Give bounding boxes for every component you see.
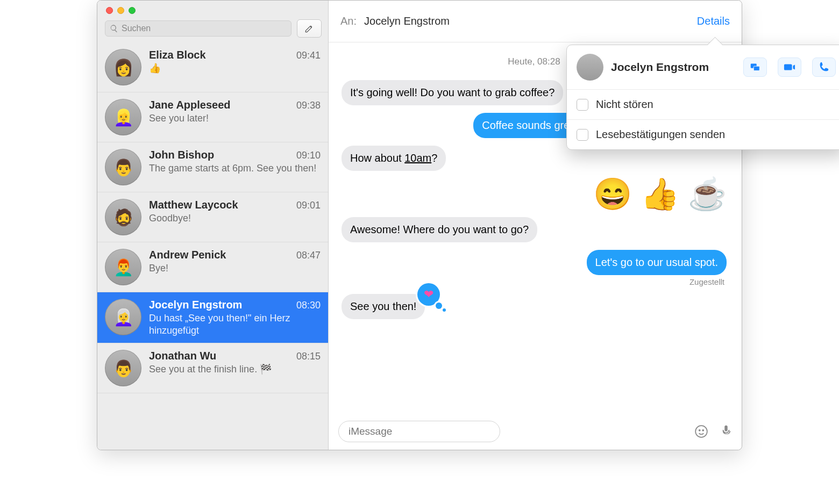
window-minimize-button[interactable] bbox=[117, 7, 124, 14]
conversation-time: 09:10 bbox=[296, 150, 321, 161]
message-bubble-incoming[interactable]: It's going well! Do you want to grab cof… bbox=[342, 80, 563, 105]
chat-area: An: Jocelyn Engstrom Details Heute, 08:2… bbox=[329, 1, 742, 450]
do-not-disturb-row[interactable]: Nicht stören bbox=[567, 90, 839, 120]
details-popover: Jocelyn Engstrom Nicht stören Lesebestät… bbox=[566, 45, 839, 150]
conversation-item-selected[interactable]: 👩‍🦳 Jocelyn Engstrom 08:30 Du hast „See … bbox=[97, 292, 328, 343]
traffic-lights bbox=[106, 7, 136, 14]
sidebar: 👩 Eliza Block 09:41 👍 👱‍♀️ Jane Applesee… bbox=[97, 1, 329, 450]
conversation-preview: See you later! bbox=[149, 112, 321, 125]
conversation-preview: Bye! bbox=[149, 262, 321, 275]
conversation-time: 09:38 bbox=[296, 100, 321, 111]
audio-call-button[interactable] bbox=[812, 57, 836, 77]
conversation-name: Jocelyn Engstrom bbox=[149, 299, 292, 311]
avatar: 👨 bbox=[105, 350, 141, 386]
heart-reaction-icon[interactable]: ❤ bbox=[417, 283, 440, 306]
avatar: 👨‍🦰 bbox=[105, 249, 141, 285]
screen-share-button[interactable] bbox=[743, 57, 767, 77]
conversation-time: 09:41 bbox=[296, 50, 321, 61]
conversation-time: 08:47 bbox=[296, 250, 321, 261]
compose-icon bbox=[304, 23, 315, 34]
microphone-icon bbox=[720, 423, 732, 437]
conversation-preview: See you at the finish line. 🏁 bbox=[149, 363, 321, 376]
conversation-item[interactable]: 👨 Jonathan Wu 08:15 See you at the finis… bbox=[97, 343, 328, 393]
conversation-item[interactable]: 👨‍🦰 Andrew Penick 08:47 Bye! bbox=[97, 242, 328, 292]
message-bubble-incoming[interactable]: Awesome! Where do you want to go? bbox=[342, 217, 537, 242]
conversation-time: 08:15 bbox=[296, 351, 321, 362]
avatar: 👩‍🦳 bbox=[105, 299, 141, 335]
search-input[interactable] bbox=[122, 24, 287, 33]
search-field[interactable] bbox=[105, 20, 291, 37]
do-not-disturb-label: Nicht stören bbox=[596, 98, 653, 111]
message-bubble-incoming[interactable]: How about 10am? bbox=[342, 146, 446, 171]
svg-point-0 bbox=[695, 426, 707, 437]
smiley-icon bbox=[694, 424, 708, 438]
phone-icon bbox=[818, 61, 830, 73]
conversation-preview: Goodbye! bbox=[149, 212, 321, 225]
screen-share-icon bbox=[749, 61, 761, 73]
message-input[interactable] bbox=[338, 421, 500, 442]
conversation-item[interactable]: 👱‍♀️ Jane Appleseed 09:38 See you later! bbox=[97, 92, 328, 142]
popover-contact-name: Jocelyn Engstrom bbox=[611, 61, 733, 74]
avatar: 👨 bbox=[105, 149, 141, 185]
read-receipts-checkbox[interactable] bbox=[577, 129, 588, 141]
chat-header: An: Jocelyn Engstrom Details bbox=[329, 1, 742, 42]
to-name: Jocelyn Engstrom bbox=[364, 15, 450, 27]
conversation-item[interactable]: 👩 Eliza Block 09:41 👍 bbox=[97, 42, 328, 92]
conversation-name: Andrew Penick bbox=[149, 249, 292, 261]
compose-button[interactable] bbox=[297, 19, 322, 38]
popover-contact-row: Jocelyn Engstrom bbox=[567, 45, 839, 90]
conversation-preview: 👍 bbox=[149, 62, 321, 75]
video-call-button[interactable] bbox=[778, 57, 801, 77]
conversation-name: John Bishop bbox=[149, 149, 292, 161]
window-close-button[interactable] bbox=[106, 7, 113, 14]
delivery-status: Zugestellt bbox=[689, 277, 724, 286]
svg-rect-4 bbox=[753, 66, 759, 70]
time-link[interactable]: 10am bbox=[404, 152, 431, 164]
svg-point-2 bbox=[702, 430, 703, 431]
avatar: 👱‍♀️ bbox=[105, 99, 141, 135]
message-text: How about bbox=[350, 152, 404, 164]
message-text: ? bbox=[431, 152, 437, 164]
emoji-picker-button[interactable] bbox=[694, 424, 708, 438]
conversation-name: Eliza Block bbox=[149, 49, 292, 61]
conversation-name: Jane Appleseed bbox=[149, 99, 292, 111]
conversation-time: 08:30 bbox=[296, 300, 321, 311]
window-zoom-button[interactable] bbox=[129, 7, 136, 14]
avatar: 🧔 bbox=[105, 199, 141, 235]
conversation-name: Matthew Laycock bbox=[149, 199, 292, 211]
to-label: An: bbox=[340, 15, 357, 27]
message-input-wrap bbox=[338, 421, 714, 442]
conversation-time: 09:01 bbox=[296, 200, 321, 211]
conversation-name: Jonathan Wu bbox=[149, 350, 292, 362]
message-emoji-outgoing[interactable]: 😄 👍 ☕ bbox=[593, 178, 727, 210]
details-button[interactable]: Details bbox=[697, 15, 730, 27]
conversation-item[interactable]: 👨 John Bishop 09:10 The game starts at 6… bbox=[97, 142, 328, 192]
conversation-item[interactable]: 🧔 Matthew Laycock 09:01 Goodbye! bbox=[97, 192, 328, 242]
messages-window: 👩 Eliza Block 09:41 👍 👱‍♀️ Jane Applesee… bbox=[97, 0, 742, 450]
voice-message-button[interactable] bbox=[720, 423, 732, 440]
message-text: See you then! bbox=[350, 300, 416, 312]
message-bubble-incoming[interactable]: See you then! ❤ bbox=[342, 294, 425, 319]
conversation-preview: Du hast „See you then!" ein Herz hinzuge… bbox=[149, 312, 321, 336]
conversation-preview: The game starts at 6pm. See you then! bbox=[149, 162, 321, 175]
avatar bbox=[577, 54, 603, 81]
read-receipts-row[interactable]: Lesebestätigungen senden bbox=[567, 120, 839, 149]
svg-point-1 bbox=[699, 430, 700, 431]
search-icon bbox=[110, 24, 118, 33]
do-not-disturb-checkbox[interactable] bbox=[577, 99, 588, 111]
avatar: 👩 bbox=[105, 49, 141, 85]
conversation-list[interactable]: 👩 Eliza Block 09:41 👍 👱‍♀️ Jane Applesee… bbox=[97, 42, 328, 450]
message-bubble-outgoing[interactable]: Let's go to our usual spot. bbox=[587, 250, 727, 275]
video-icon bbox=[784, 61, 795, 73]
read-receipts-label: Lesebestätigungen senden bbox=[596, 128, 725, 141]
chat-footer bbox=[329, 415, 742, 450]
